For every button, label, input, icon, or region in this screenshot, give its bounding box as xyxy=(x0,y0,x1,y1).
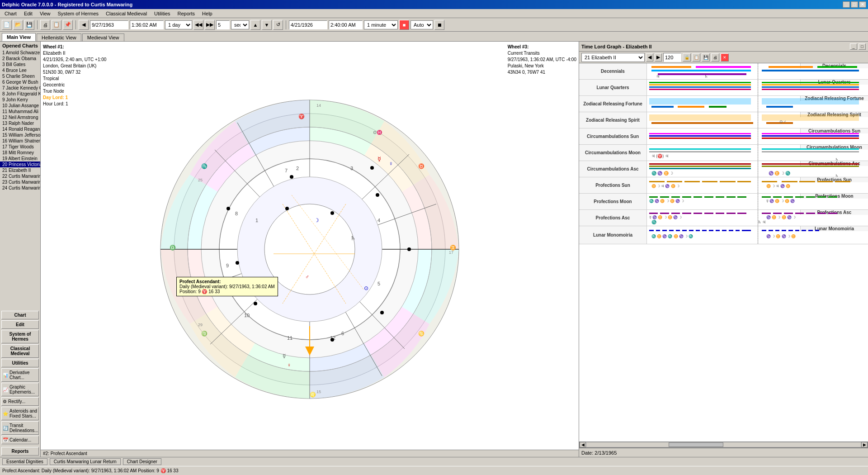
time2-input[interactable] xyxy=(329,20,363,29)
chart-list[interactable]: 1 Arnold Schwarzeneg 2 Barack Obama 3 Bi… xyxy=(0,50,40,309)
chart-item-10[interactable]: 10 Julian Assange xyxy=(0,103,40,109)
horizontal-scrollbar[interactable]: ◀ ▶ xyxy=(579,442,868,448)
chart-item-14[interactable]: 14 Ronald Reagan xyxy=(0,126,40,132)
chart-item-18[interactable]: 18 Mitt Romney xyxy=(0,150,40,156)
copy-btn[interactable]: 📋 xyxy=(52,20,61,30)
tab-lunar-return[interactable]: Curtis Manwaring Lunar Return xyxy=(50,458,121,465)
edit-btn[interactable]: Edit xyxy=(1,320,39,329)
sep3 xyxy=(286,20,286,29)
date2-input[interactable] xyxy=(289,20,327,29)
minimize-btn[interactable]: _ xyxy=(843,1,850,8)
menu-classical-medieval[interactable]: Classical Medieval xyxy=(103,10,150,17)
save-graph-btn[interactable]: 💾 xyxy=(702,53,710,62)
chart-item-12[interactable]: 12 Neil Armstrong xyxy=(0,114,40,120)
scroll-thumb[interactable] xyxy=(669,442,723,447)
tab-chart-designer[interactable]: Chart Designer xyxy=(123,458,161,465)
num1-input[interactable] xyxy=(216,20,230,29)
print-graph-btn[interactable]: 🖨 xyxy=(711,53,719,62)
close-btn[interactable]: ✕ xyxy=(859,1,866,8)
copy-graph-btn[interactable]: 📋 xyxy=(692,53,700,62)
date1-input[interactable] xyxy=(90,20,128,29)
menu-view[interactable]: View xyxy=(37,10,53,17)
chart-item-24[interactable]: 24 Curtis Manwaring L xyxy=(0,185,40,191)
chart-btn[interactable]: Chart xyxy=(1,311,39,319)
tab-essential-dignities[interactable]: Essential Dignities xyxy=(2,458,47,465)
svg-text:5: 5 xyxy=(377,281,380,286)
auto-dropdown[interactable]: Auto xyxy=(410,20,433,29)
save-btn[interactable]: 💾 xyxy=(24,20,34,30)
svg-text:☿: ☿ xyxy=(283,353,286,359)
time1-input[interactable] xyxy=(130,20,164,29)
chart-item-15[interactable]: 15 William Jefferson C xyxy=(0,132,40,138)
menu-edit[interactable]: Edit xyxy=(21,10,35,17)
chart-item-13[interactable]: 13 Ralph Nader xyxy=(0,120,40,126)
rectify-btn[interactable]: ⚙ Rectify... xyxy=(1,397,39,406)
transit-delineations-btn[interactable]: 🔄 Transit Delineations... xyxy=(1,421,39,435)
scroll-track[interactable] xyxy=(586,442,861,447)
tab-hellenistic-view[interactable]: Hellenistic View xyxy=(37,33,81,41)
scroll-left-btn[interactable]: ◀ xyxy=(580,442,586,447)
menu-utilities[interactable]: Utilities xyxy=(151,10,173,17)
chart-item-23[interactable]: 23 Curtis Manwaring L xyxy=(0,179,40,185)
zoom-lock-btn[interactable]: 🔒 xyxy=(683,53,691,62)
rp-minimize-btn[interactable]: _ xyxy=(850,43,857,50)
chart-item-20[interactable]: 20 Princess Victoria xyxy=(0,162,40,167)
chart-item-1[interactable]: 1 Arnold Schwarzeneg xyxy=(0,50,40,56)
menu-chart[interactable]: Chart xyxy=(2,10,19,17)
graphic-ephemeris-btn[interactable]: 📈 Graphic Ephemeris... xyxy=(1,383,39,396)
chart-item-9[interactable]: 9 John Kerry xyxy=(0,97,40,103)
paste-btn[interactable]: 📌 xyxy=(63,20,73,30)
chart-item-5[interactable]: 5 Charlie Sheen xyxy=(0,73,40,79)
rp-prev-btn[interactable]: ◀ xyxy=(646,53,653,62)
step1-dropdown[interactable]: 1 day xyxy=(165,20,192,29)
chart-item-22[interactable]: 22 Curtis Manwaring xyxy=(0,173,40,179)
chart-selector[interactable]: 21 Elizabeth II xyxy=(581,53,645,62)
close-graph-btn[interactable]: ✕ xyxy=(721,53,729,62)
prev-btn[interactable]: ◀ xyxy=(79,20,89,30)
calendar-btn[interactable]: 📅 Calendar... xyxy=(1,436,39,444)
chart-item-21[interactable]: 21 Elizabeth II xyxy=(0,167,40,173)
chart-item-19[interactable]: 19 Albert Einstein xyxy=(0,156,40,162)
derivative-chart-btn[interactable]: 📊 Derivative Chart... xyxy=(1,368,39,382)
chart-item-11[interactable]: 11 Muhammad Ali xyxy=(0,109,40,114)
reset-btn[interactable]: ↺ xyxy=(273,20,283,30)
print-btn[interactable]: 🖨 xyxy=(40,20,50,30)
chart-item-3[interactable]: 3 Bill Gates xyxy=(0,62,40,67)
reports-btn[interactable]: Reports xyxy=(1,447,39,456)
chart-item-16[interactable]: 16 William Shatner xyxy=(0,138,40,144)
rp-maximize-btn[interactable]: □ xyxy=(859,43,866,50)
window-controls[interactable]: _ □ ✕ xyxy=(843,1,866,8)
stop-btn[interactable]: ■ xyxy=(399,20,409,30)
left-sidebar: Opened Charts 1 Arnold Schwarzeneg 2 Bar… xyxy=(0,42,41,457)
system-hermes-btn[interactable]: System of Hermes xyxy=(1,330,39,343)
step2-dropdown[interactable]: 1 minute xyxy=(364,20,398,29)
new-chart-btn[interactable]: 📄 xyxy=(2,20,12,30)
chart-item-8[interactable]: 8 John Fitzgerald Ker xyxy=(0,91,40,97)
chart-item-7[interactable]: 7 Jackie Kennedy Ona xyxy=(0,85,40,91)
down-btn[interactable]: ▼ xyxy=(262,20,272,30)
tab-medieval-view[interactable]: Medieval View xyxy=(82,33,124,41)
menu-reports[interactable]: Reports xyxy=(175,10,198,17)
up-btn[interactable]: ▲ xyxy=(250,20,260,30)
maximize-btn[interactable]: □ xyxy=(851,1,858,8)
step-fwd-btn[interactable]: ▶▶ xyxy=(205,20,215,30)
rp-next-btn[interactable]: ▶ xyxy=(655,53,662,62)
time-lord-graph[interactable]: Decennials Decennials ♃ ♄ xyxy=(579,63,868,442)
zoom-input[interactable] xyxy=(663,53,681,62)
scroll-right-btn[interactable]: ▶ xyxy=(861,442,868,447)
chart-item-4[interactable]: 4 Bruce Lee xyxy=(0,67,40,73)
menu-system-hermes[interactable]: System of Hermes xyxy=(55,10,101,17)
chart-item-17[interactable]: 17 Tiger Woods xyxy=(0,144,40,150)
classical-medieval-btn[interactable]: Classical Medieval xyxy=(1,344,39,358)
step-back-btn[interactable]: ◀◀ xyxy=(193,20,203,30)
chart-item-2[interactable]: 2 Barack Obama xyxy=(0,56,40,62)
auto-stop-btn[interactable]: ⏹ xyxy=(434,20,444,30)
menu-help[interactable]: Help xyxy=(199,10,215,17)
date-bar: Date: 2/13/1965 xyxy=(579,448,868,457)
tab-main-view[interactable]: Main View xyxy=(2,33,36,41)
open-btn[interactable]: 📂 xyxy=(13,20,23,30)
chart-item-6[interactable]: 6 George W Bush xyxy=(0,79,40,85)
utilities-btn[interactable]: Utilities xyxy=(1,359,39,367)
asteroids-btn[interactable]: ⭐ Asteroids and Fixed Stars... xyxy=(1,407,39,420)
unit1-dropdown[interactable]: sec xyxy=(231,20,249,29)
